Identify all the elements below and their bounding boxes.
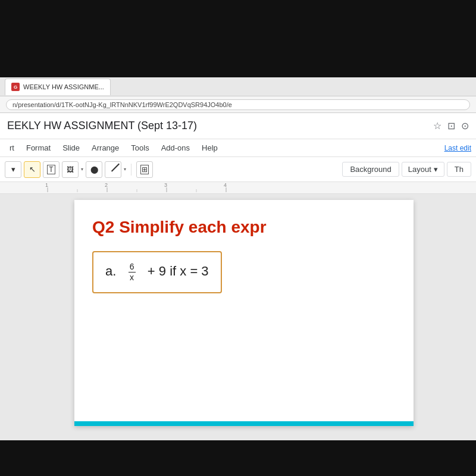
image-icon: 🖼 bbox=[67, 165, 74, 174]
menu-item-insert[interactable]: rt bbox=[5, 141, 19, 155]
image-dropdown-arrow[interactable]: ▾ bbox=[81, 167, 83, 172]
present-icon[interactable]: ⊡ bbox=[447, 120, 455, 131]
textbox-icon: T bbox=[47, 165, 55, 174]
top-dark-bar bbox=[0, 0, 476, 77]
layout-dropdown-icon: ▾ bbox=[434, 165, 438, 174]
svg-text:4: 4 bbox=[224, 182, 227, 188]
slide-canvas: Q2 Simplify each expr a. 6 x + 9 if x = … bbox=[74, 200, 414, 426]
menu-item-slide[interactable]: Slide bbox=[58, 141, 84, 155]
theme-button[interactable]: Th bbox=[447, 162, 471, 177]
background-button[interactable]: Background bbox=[342, 162, 399, 177]
slide-bottom-accent bbox=[74, 421, 414, 426]
layout-label: Layout bbox=[408, 165, 431, 174]
insert-special-btn[interactable]: ⊞ bbox=[136, 161, 153, 178]
menu-item-arrange[interactable]: Arrange bbox=[87, 141, 124, 155]
svg-text:2: 2 bbox=[105, 182, 108, 188]
dropdown-btn[interactable]: ▾ bbox=[5, 161, 21, 178]
address-bar: n/presentation/d/1TK-ootNJg-Kg_lRTNnNKV1… bbox=[0, 96, 476, 113]
select-tool-btn[interactable]: ↖ bbox=[24, 161, 40, 178]
image-tool-btn[interactable]: 🖼 bbox=[62, 161, 79, 178]
menu-item-addons[interactable]: Add-ons bbox=[156, 141, 195, 155]
shape-tool-btn[interactable]: ⬤ bbox=[86, 161, 102, 178]
star-icon[interactable]: ☆ bbox=[433, 120, 441, 131]
layout-button[interactable]: Layout ▾ bbox=[402, 162, 444, 177]
toolbar: ▾ ↖ T 🖼 ▾ ⬤ ▾ ⊞ Background Layout ▾ Th bbox=[0, 157, 476, 182]
ruler-marks: 1 2 3 4 bbox=[0, 182, 476, 192]
tab-label: WEEKLY HW ASSIGNME... bbox=[23, 83, 104, 90]
svg-text:3: 3 bbox=[164, 182, 167, 188]
menu-item-format[interactable]: Format bbox=[21, 141, 55, 155]
line-dropdown-arrow[interactable]: ▾ bbox=[124, 167, 126, 172]
browser-tab-bar: G WEEKLY HW ASSIGNME... bbox=[0, 77, 476, 96]
cursor-icon: ↖ bbox=[29, 165, 36, 174]
svg-text:1: 1 bbox=[45, 182, 48, 188]
expression-prefix: a. bbox=[105, 264, 116, 278]
line-tool-btn[interactable] bbox=[105, 161, 121, 178]
fraction: 6 x bbox=[129, 262, 136, 283]
shape-icon: ⬤ bbox=[90, 165, 98, 174]
url-display[interactable]: n/presentation/d/1TK-ootNJg-Kg_lRTNnNKV1… bbox=[6, 99, 470, 110]
slides-icon: G bbox=[11, 83, 20, 91]
textbox-tool-btn[interactable]: T bbox=[43, 161, 60, 178]
plus-box-icon: ⊞ bbox=[140, 165, 149, 174]
menu-item-help[interactable]: Help bbox=[197, 141, 223, 155]
cloud-sync-icon[interactable]: ⊙ bbox=[461, 120, 469, 131]
menu-bar: rt Format Slide Arrange Tools Add-ons He… bbox=[0, 139, 476, 157]
browser-tab[interactable]: G WEEKLY HW ASSIGNME... bbox=[5, 79, 111, 95]
fraction-numerator: 6 bbox=[129, 262, 136, 273]
menu-item-tools[interactable]: Tools bbox=[126, 141, 154, 155]
toolbar-separator-1 bbox=[131, 164, 131, 176]
ruler: 1 2 3 4 bbox=[0, 182, 476, 194]
ruler-svg: 1 2 3 4 bbox=[12, 182, 464, 192]
slides-title-bar: EEKLY HW ASSIGNMENT (Sept 13-17) ☆ ⊡ ⊙ bbox=[0, 113, 476, 139]
question-number: Q2 Simplify each expr bbox=[92, 218, 396, 237]
document-title[interactable]: EEKLY HW ASSIGNMENT (Sept 13-17) bbox=[7, 120, 427, 132]
fraction-denominator: x bbox=[129, 273, 135, 283]
math-text: a. 6 x + 9 if x = 3 bbox=[105, 264, 209, 278]
math-expression-box: a. 6 x + 9 if x = 3 bbox=[92, 251, 222, 293]
bottom-dark-bar bbox=[0, 440, 476, 476]
last-edit-link[interactable]: Last edit bbox=[444, 144, 471, 152]
chevron-down-icon: ▾ bbox=[11, 165, 15, 174]
slide-area: Q2 Simplify each expr a. 6 x + 9 if x = … bbox=[0, 194, 476, 440]
expression-suffix: + 9 if x = 3 bbox=[148, 264, 209, 278]
